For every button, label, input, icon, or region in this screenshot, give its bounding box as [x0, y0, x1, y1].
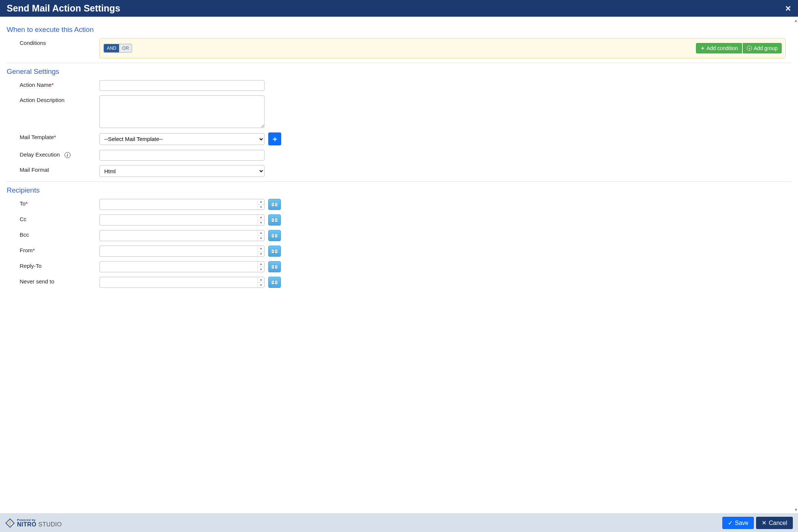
never-send-label: Never send to [7, 277, 99, 285]
action-desc-textarea[interactable] [99, 95, 265, 128]
svg-marker-49 [9, 520, 12, 526]
svg-rect-32 [272, 265, 275, 269]
close-icon: ✕ [762, 519, 766, 526]
book-icon [271, 233, 278, 238]
chevron-up-icon[interactable]: ▲ [258, 215, 264, 220]
section-when: When to execute this Action Conditions A… [7, 26, 791, 63]
footer: Powered by NITRO STUDIO ✓ Save ✕ Cancel [0, 513, 798, 532]
plus-icon: ＋ [700, 45, 705, 52]
bcc-label: Bcc [7, 230, 99, 238]
chevron-up-icon[interactable]: ▲ [258, 246, 264, 252]
book-icon [271, 202, 278, 207]
cc-picker-button[interactable] [268, 214, 281, 226]
check-icon: ✓ [728, 519, 733, 526]
chevron-down-icon[interactable]: ▼ [258, 267, 264, 272]
svg-rect-17 [275, 234, 278, 238]
content-scroll-area[interactable]: ▲ When to execute this Action Conditions… [0, 17, 798, 513]
info-icon[interactable]: i [65, 152, 70, 158]
divider [7, 181, 791, 182]
book-icon [271, 280, 278, 285]
delay-execution-label: Delay Execution i [7, 150, 99, 158]
plus-icon: ＋ [271, 134, 279, 144]
mail-template-label: Mail Template* [7, 132, 99, 140]
divider [7, 63, 791, 63]
close-icon[interactable]: ✕ [785, 4, 791, 13]
scroll-down-icon[interactable]: ▼ [794, 508, 798, 512]
mail-format-label: Mail Format [7, 165, 99, 173]
mail-format-select[interactable]: Html [99, 165, 265, 177]
conditions-box: AND OR ＋ Add condition + Add group [99, 38, 786, 58]
mail-template-select[interactable]: --Select Mail Template-- [99, 133, 265, 145]
and-button[interactable]: AND [104, 44, 119, 52]
from-input[interactable]: ▲▼ [99, 246, 265, 257]
svg-rect-9 [275, 218, 278, 222]
chevron-up-icon[interactable]: ▲ [258, 262, 264, 267]
from-label: From* [7, 246, 99, 253]
from-picker-button[interactable] [268, 246, 281, 257]
cancel-button[interactable]: ✕ Cancel [756, 517, 793, 529]
chevron-up-icon[interactable]: ▲ [258, 277, 264, 283]
chevron-down-icon[interactable]: ▼ [258, 283, 264, 288]
section-recipients-title: Recipients [7, 186, 791, 194]
or-button[interactable]: OR [119, 44, 132, 52]
modal-header: Send Mail Action Settings ✕ [0, 0, 798, 17]
to-input[interactable]: ▲▼ [99, 199, 265, 210]
book-icon [271, 264, 278, 269]
bcc-picker-button[interactable] [268, 230, 281, 241]
reply-to-picker-button[interactable] [268, 261, 281, 272]
add-template-button[interactable]: ＋ [268, 132, 281, 145]
to-label: To* [7, 199, 99, 207]
action-name-label: Action Name* [7, 80, 99, 88]
chevron-down-icon[interactable]: ▼ [258, 220, 264, 226]
cc-input[interactable]: ▲▼ [99, 214, 265, 226]
section-general: General Settings Action Name* Action Des… [7, 68, 791, 182]
reply-to-input[interactable]: ▲▼ [99, 261, 265, 272]
action-desc-label: Action Description [7, 95, 99, 103]
brand-name: NITRO STUDIO [17, 522, 62, 528]
reply-to-label: Reply-To [7, 261, 99, 269]
never-send-picker-button[interactable] [268, 277, 281, 288]
add-group-button[interactable]: + Add group [743, 43, 782, 53]
section-general-title: General Settings [7, 68, 791, 76]
to-picker-button[interactable] [268, 199, 281, 210]
svg-rect-40 [272, 280, 275, 285]
brand-logo: Powered by NITRO STUDIO [5, 518, 62, 528]
and-or-toggle: AND OR [104, 44, 132, 53]
logo-icon [5, 518, 15, 528]
svg-rect-16 [272, 234, 275, 238]
book-icon [271, 249, 278, 254]
chevron-up-icon[interactable]: ▲ [258, 230, 264, 236]
add-condition-button[interactable]: ＋ Add condition [696, 43, 742, 53]
delay-execution-input[interactable] [99, 150, 265, 161]
chevron-down-icon[interactable]: ▼ [258, 205, 264, 210]
svg-rect-24 [272, 249, 275, 253]
section-when-title: When to execute this Action [7, 26, 791, 34]
svg-rect-41 [275, 280, 278, 285]
svg-rect-33 [275, 265, 278, 269]
scroll-up-icon[interactable]: ▲ [794, 18, 798, 23]
svg-rect-25 [275, 249, 278, 253]
svg-marker-48 [6, 519, 14, 527]
svg-rect-1 [275, 203, 278, 207]
svg-rect-0 [272, 203, 275, 207]
conditions-label: Conditions [7, 38, 99, 46]
book-icon [271, 217, 278, 223]
section-recipients: Recipients To* ▲▼ Cc [7, 186, 791, 288]
chevron-down-icon[interactable]: ▼ [258, 236, 264, 241]
save-button[interactable]: ✓ Save [722, 517, 754, 529]
action-name-input[interactable] [99, 80, 265, 91]
plus-circle-icon: + [747, 46, 752, 51]
never-send-input[interactable]: ▲▼ [99, 277, 265, 288]
chevron-up-icon[interactable]: ▲ [258, 199, 264, 205]
cc-label: Cc [7, 214, 99, 222]
page-title: Send Mail Action Settings [7, 3, 120, 14]
chevron-down-icon[interactable]: ▼ [258, 252, 264, 257]
bcc-input[interactable]: ▲▼ [99, 230, 265, 241]
svg-rect-8 [272, 218, 275, 222]
